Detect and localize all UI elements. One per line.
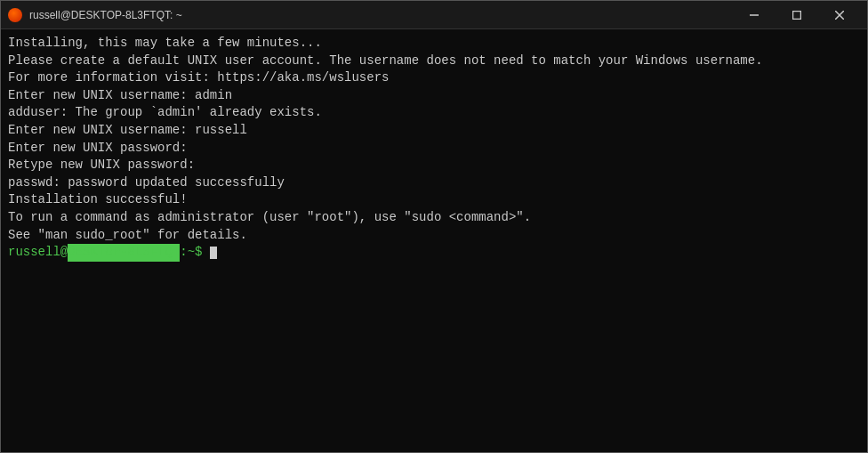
prompt-path: :~$ xyxy=(180,244,202,262)
terminal-line: Please create a default UNIX user accoun… xyxy=(8,53,860,70)
terminal-line: Retype new UNIX password: xyxy=(8,157,860,174)
maximize-icon xyxy=(792,11,801,20)
terminal-line: Installation successful! xyxy=(8,191,860,209)
close-icon xyxy=(835,11,844,20)
terminal-line: To run a command as administrator (user … xyxy=(8,209,860,227)
terminal-line: Enter new UNIX username: admin xyxy=(8,87,860,105)
cursor xyxy=(210,247,217,259)
minimize-button[interactable] xyxy=(734,1,775,29)
titlebar-left: russell@DESKTOP-8L3FTQT: ~ xyxy=(8,8,182,22)
window-controls xyxy=(734,1,860,29)
svg-rect-1 xyxy=(793,11,801,19)
terminal-line: For more information visit: https://aka.… xyxy=(8,69,860,87)
terminal-line: Enter new UNIX password: xyxy=(8,140,860,158)
terminal-content[interactable]: Installing, this may take a few minutes.… xyxy=(1,29,867,452)
terminal-line: Installing, this may take a few minutes.… xyxy=(8,35,860,53)
terminal-line: adduser: The group `admin' already exist… xyxy=(8,104,860,122)
terminal-line: See "man sudo_root" for details. xyxy=(8,227,860,245)
terminal-line: Enter new UNIX username: russell xyxy=(8,122,860,140)
ubuntu-icon xyxy=(8,8,22,22)
prompt-username: russell@ xyxy=(8,244,68,262)
minimize-icon xyxy=(750,11,759,20)
maximize-button[interactable] xyxy=(776,1,817,29)
terminal-prompt: russell@DESKTOP-8L3FTQT:~$ xyxy=(8,244,860,262)
terminal-window: russell@DESKTOP-8L3FTQT: ~ Inst xyxy=(0,0,868,453)
prompt-hostname: DESKTOP-8L3FTQT xyxy=(68,244,180,262)
window-title: russell@DESKTOP-8L3FTQT: ~ xyxy=(29,9,182,21)
terminal-line: passwd: password updated successfully xyxy=(8,174,860,192)
close-button[interactable] xyxy=(819,1,860,29)
titlebar: russell@DESKTOP-8L3FTQT: ~ xyxy=(1,1,867,29)
